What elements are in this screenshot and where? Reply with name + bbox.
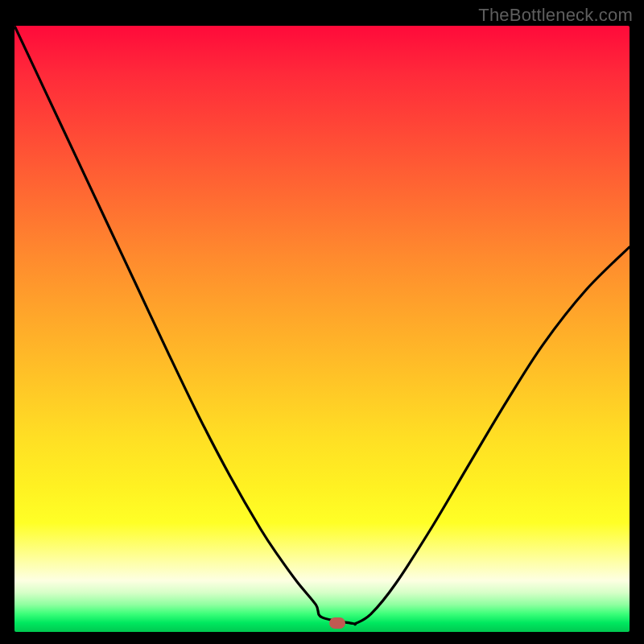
optimal-point-marker: [329, 617, 345, 629]
chart-frame: TheBottleneck.com: [0, 0, 644, 644]
bottleneck-curve: [14, 26, 630, 632]
plot-area: [14, 26, 630, 632]
watermark-text: TheBottleneck.com: [478, 5, 633, 26]
curve-path: [14, 26, 630, 625]
